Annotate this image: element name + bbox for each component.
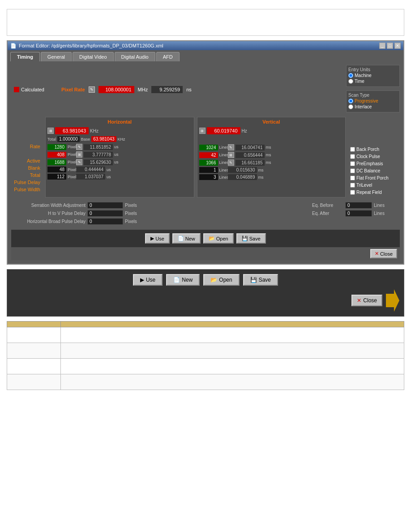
h-pulse-delay-unit2: us — [107, 167, 114, 172]
timing-main-grid: Rate Active Blank Total Pulse Delay Puls… — [11, 117, 400, 197]
table-header-col1 — [7, 322, 61, 327]
zoom-save-button[interactable]: 💾 Save — [243, 274, 278, 286]
close-button[interactable]: ✕ Close — [370, 249, 397, 258]
time-radio[interactable] — [348, 79, 353, 84]
v-total-edit[interactable]: ✎ — [228, 159, 234, 166]
v-active-edit[interactable]: ✎ — [228, 144, 234, 150]
right-options: Entry Units Machine Time Scan Type Progr… — [346, 65, 400, 114]
h-rate-calc-icon[interactable]: ⊞ — [47, 128, 54, 134]
repeat-field-row: Repeat Field — [350, 190, 398, 195]
h-pulse-width-time: 1.037037 — [76, 174, 105, 180]
close-x-icon: ✕ — [375, 251, 379, 257]
h-rate-row: ⊞ 63.981043 KHz — [47, 127, 192, 134]
h-pulse-width-unit1: Pixels — [68, 175, 75, 179]
serration-label: Serration Width Adjustment — [14, 203, 86, 208]
h-active-edit[interactable]: ✎ — [76, 144, 82, 150]
pixel-rate-label: Pixel Rate — [61, 87, 85, 92]
htov-input[interactable] — [87, 210, 123, 217]
clock-pulse-checkbox[interactable] — [350, 154, 355, 159]
window-titlebar: 📄 Format Editor: /qd/gents/library/hpfor… — [8, 41, 403, 50]
h-active-unit2: us — [114, 145, 121, 149]
h-blank-icon[interactable]: ⊞ — [76, 151, 82, 158]
pre-emphasis-checkbox[interactable] — [350, 161, 355, 166]
zoom-close-button[interactable]: ✕ Close — [351, 295, 382, 306]
h-pulse-delay-time: 0.444444 — [76, 167, 105, 172]
zoom-toolbar: ▶ Use 📄 New 📂 Open 💾 Save — [12, 274, 399, 286]
interlace-label: Interlace — [355, 104, 372, 109]
h-base-unit: KHz — [118, 137, 125, 142]
open-button[interactable]: 📂 Open — [203, 233, 234, 244]
tab-general[interactable]: General — [41, 52, 72, 61]
progressive-radio[interactable] — [348, 99, 353, 103]
eq-before-label: Eq. Before — [312, 203, 343, 208]
flat-front-porch-checkbox[interactable] — [350, 176, 355, 180]
htov-row: H to V Pulse Delay Pixels — [14, 210, 305, 217]
v-spacer — [199, 136, 344, 144]
entry-units-group: Entry Units Machine Time — [346, 65, 400, 87]
eq-after-input[interactable] — [345, 210, 372, 217]
v-blank-icon[interactable]: ⊞ — [228, 152, 234, 158]
eq-after-label: Eq. After — [312, 211, 343, 216]
tab-timing[interactable]: Timing — [10, 52, 40, 61]
v-pulse-delay-time: 0.015630 — [228, 167, 257, 173]
maximize-button[interactable]: □ — [387, 43, 393, 49]
machine-label: Machine — [355, 73, 372, 78]
h-pulse-delay-row: 48 Pixels 0.444444 us — [47, 167, 192, 172]
v-blank-value: 42 — [199, 152, 218, 158]
eq-before-input[interactable] — [345, 202, 372, 209]
repeat-field-checkbox[interactable] — [350, 190, 355, 195]
v-blank-row: 42 Lines ⊞ 0.656444 ms — [199, 152, 344, 158]
pixel-rate-secondary-unit: ns — [186, 87, 192, 92]
table-cell-row2-col2 — [61, 343, 404, 359]
zoom-new-button[interactable]: 📄 New — [166, 274, 200, 286]
v-pulse-delay-value: 1 — [199, 167, 218, 173]
h-rate-value: 63.981043 — [55, 127, 89, 134]
hbroad-input[interactable] — [87, 218, 123, 225]
close-label: Close — [380, 251, 393, 257]
row-labels-col: Rate Active Blank Total Pulse Delay Puls… — [11, 117, 43, 197]
zoom-close-row: ✕ Close — [12, 289, 399, 312]
v-active-unit2: ms — [266, 145, 273, 150]
serration-input[interactable] — [87, 202, 123, 209]
label-blank: Blank — [11, 165, 40, 171]
v-pulse-width-row: 3 Lines 0.046889 ms — [199, 174, 344, 180]
zoom-close-x-icon: ✕ — [357, 297, 361, 304]
new-button[interactable]: 📄 New — [172, 233, 201, 244]
h-total-time: 15.629630 — [84, 159, 113, 165]
dc-balance-checkbox[interactable] — [350, 168, 355, 173]
zoom-save-icon: 💾 — [250, 277, 257, 283]
minimize-button[interactable]: _ — [379, 43, 385, 49]
interlace-radio[interactable] — [348, 104, 353, 109]
h-active-value: 1280 — [47, 144, 66, 150]
table-cell-row4-col2 — [61, 374, 404, 390]
v-pulse-width-unit2: ms — [258, 175, 265, 180]
zoom-new-icon: 📄 — [173, 277, 180, 283]
back-porch-label: Back Porch — [356, 147, 379, 152]
v-rate-calc-icon[interactable]: ⊞ — [199, 128, 206, 134]
table-cell-row3-col1 — [7, 359, 61, 374]
back-porch-checkbox[interactable] — [350, 147, 355, 152]
pixel-rate-edit-icon[interactable]: ✎ — [89, 86, 95, 93]
back-porch-row: Back Porch — [350, 147, 398, 152]
zoom-use-button[interactable]: ▶ Use — [133, 274, 163, 286]
save-button[interactable]: 💾 Save — [236, 233, 266, 244]
window-close-button[interactable]: ✕ — [394, 43, 401, 49]
h-total-edit[interactable]: ✎ — [76, 159, 82, 165]
h-total-unit1: Pixels — [68, 160, 75, 164]
tab-digital-audio[interactable]: Digital Audio — [115, 52, 155, 61]
label-pulse-delay: Pulse Delay — [11, 180, 40, 185]
h-total-label: Total — [47, 137, 56, 142]
table-row — [7, 327, 404, 343]
tab-digital-video[interactable]: Digital Video — [73, 52, 114, 61]
use-button[interactable]: ▶ Use — [145, 233, 170, 244]
tri-level-checkbox[interactable] — [350, 183, 355, 188]
data-table — [7, 321, 404, 390]
machine-radio[interactable] — [348, 73, 353, 78]
tab-afd[interactable]: AFD — [156, 52, 180, 61]
zoom-open-button[interactable]: 📂 Open — [203, 274, 239, 286]
table-cell-row3-col2 — [61, 359, 404, 374]
h-active-unit1: Pixels — [68, 145, 75, 149]
table-section — [7, 321, 404, 390]
h-base-value: 63.981043 — [91, 136, 116, 142]
v-total-unit1: Lines — [219, 160, 227, 165]
